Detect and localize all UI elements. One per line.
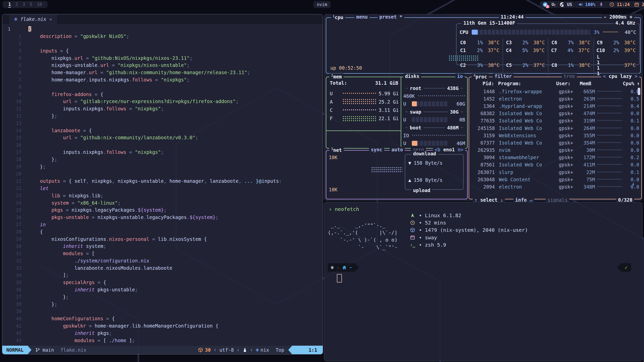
- core-cell: C12%37°C: [457, 46, 502, 54]
- workspace-5[interactable]: 5: [30, 2, 32, 8]
- active-window-title: nvim: [317, 2, 327, 7]
- proc-row[interactable]: 67377Isolated Web Cogpsk+354M0.0: [471, 139, 640, 146]
- workspace-10[interactable]: 10: [37, 2, 42, 8]
- mem-total-value: 31.1 GiB: [375, 80, 398, 86]
- tray-badge: 1: [546, 5, 549, 8]
- proc-row[interactable]: 1452electrongpsk+263M0.5: [471, 95, 640, 102]
- buffer[interactable]: 1{1 description = "gpskwlkr NixOS";23 in…: [2, 24, 323, 346]
- code-line: 27 in: [2, 221, 323, 228]
- mic-icon[interactable]: [599, 2, 603, 7]
- proc-row[interactable]: 1364.Hyprland-wrappgpsk+214M0.4: [471, 102, 640, 110]
- line-number: 38: [2, 301, 21, 307]
- code-line: 34 ];: [2, 272, 323, 279]
- cpu-label: CPU: [460, 29, 468, 35]
- line-number: 25: [2, 207, 21, 213]
- menu-button[interactable]: menu: [354, 14, 370, 20]
- workspace-3[interactable]: 3: [23, 2, 25, 8]
- code-line: 12 };: [2, 112, 323, 120]
- net-auto-button[interactable]: auto: [390, 147, 405, 152]
- disks-list: root438G460KU60Gswap30GU0Bboot486MIOU46M: [403, 84, 465, 147]
- line-number: 2: [2, 41, 21, 46]
- proc-row[interactable]: 263071slurpgpsk+22M0.1: [471, 168, 640, 176]
- disk-usage-bar: U46M: [403, 140, 465, 147]
- net-sync-button[interactable]: sync: [369, 147, 384, 152]
- plugin-count: 30: [205, 347, 211, 353]
- proc-scrollbar[interactable]: [638, 88, 640, 95]
- keyboard-layout: US: [567, 2, 572, 7]
- uc-sub-letter: C: [554, 4, 556, 7]
- proc-row[interactable]: 68382Isolated Web Cogpsk+474M0.0: [471, 110, 640, 117]
- line-number: 42: [2, 330, 21, 336]
- cpu-temp-graph: [603, 31, 618, 33]
- terminal-window[interactable]: ›neofetch _._ _,-'""`-._ (,-.`._,'( |\`-…: [324, 202, 642, 361]
- io-mode-button[interactable]: io: [455, 73, 465, 79]
- clock-icon: [609, 2, 614, 7]
- cursor-location: 1:1: [292, 346, 323, 354]
- file-encoding: utf-8: [219, 347, 234, 353]
- fetch-info-wm: •sway: [409, 234, 528, 241]
- mem-stats: Total: 31.1 GiB U5.99 GiA25.2 GiC3.11 Gi…: [326, 77, 401, 148]
- update-interval[interactable]: - 2000ms +: [602, 14, 634, 20]
- fetch-info-uptime: •52 mins: [409, 219, 528, 226]
- uc-tray-icon[interactable]: UC: [551, 2, 556, 7]
- home-icon: [342, 265, 347, 270]
- line-number: 8: [2, 84, 21, 89]
- preset-button[interactable]: preset *: [378, 14, 404, 20]
- line-number: 16: [2, 142, 21, 148]
- line-number: 11: [2, 106, 21, 111]
- disks-title: disks: [403, 73, 421, 79]
- speaker-icon[interactable]: [578, 2, 583, 7]
- clock-pill: 11:24 29/03: [606, 1, 644, 8]
- workspace-list: 123510: [6, 2, 44, 8]
- code-line: 30 inherit system;: [2, 243, 323, 250]
- line-number: 6: [2, 70, 21, 75]
- code-line: 37 };: [2, 293, 323, 300]
- proc-row[interactable]: 2094electrongpsk+348M0.0: [471, 183, 640, 190]
- code-line: 22 let: [2, 185, 323, 192]
- proc-row[interactable]: 3094steamwebhelpergpsk+172M0.2: [471, 154, 640, 161]
- cpu-frequency: 4.4 GHz: [614, 20, 637, 26]
- proc-filter-button[interactable]: filter: [493, 73, 514, 79]
- line-number: 17: [2, 149, 21, 155]
- line-number: 26: [2, 215, 21, 220]
- proc-row[interactable]: 1448.firefox-wrappegpsk+665M0.0: [471, 88, 640, 95]
- workspace-pill: 123510: [3, 1, 48, 8]
- cpu-clock: 11:24:44: [499, 14, 526, 20]
- packages-icon: [409, 228, 416, 233]
- line-number: 21: [2, 178, 21, 184]
- line-number: 37: [2, 294, 21, 299]
- proc-row[interactable]: 262935nvimgpsk+30M0.0: [471, 147, 640, 154]
- proc-row[interactable]: 87561Isolated Web Cogpsk+411M0.0: [471, 161, 640, 168]
- net-panel: 3net sync auto zero <b eno1 n> 10K 10K d…: [326, 150, 468, 199]
- fetch-info-shell: ›_•zsh 5.9: [409, 241, 528, 249]
- powerline-separator: [28, 346, 31, 354]
- proc-row[interactable]: 263048Web Contentgpsk+75M0.0: [471, 176, 640, 183]
- top-bar: 123510 nvim 1 UC US 100%: [0, 0, 644, 9]
- proc-row[interactable]: 3159WebExtensionsgpsk+355M0.0: [471, 132, 640, 139]
- proc-sort-selector[interactable]: < cpu lazy >: [601, 73, 639, 79]
- tab-close-icon[interactable]: ×: [49, 17, 52, 22]
- proc-row[interactable]: 77635Isolated Web Cogpsk+319M0.1: [471, 117, 640, 124]
- btop-window: 1cpu menu preset * 11:24:44 - 2000ms + u…: [324, 14, 642, 201]
- mem-row: F22.1 Gi: [326, 114, 399, 122]
- line-number: 5: [2, 63, 21, 68]
- tab-flake-nix[interactable]: ❄ flake.nix ×: [9, 14, 57, 24]
- keyboard-layout-pill[interactable]: US: [564, 1, 576, 8]
- scroll-down-icon[interactable]: ↓: [632, 181, 635, 186]
- workspace-1[interactable]: 1: [8, 2, 11, 8]
- code-line: 42 inherit pkgs;: [2, 329, 323, 337]
- kernel-icon: [409, 213, 416, 218]
- neofetch-ascii-art: _._ _,-'""`-._ (,-.`._,'( |\`-/| `-.-' \…: [328, 222, 397, 251]
- proc-tree-button[interactable]: tree: [562, 73, 577, 79]
- code-line: 28 {: [2, 228, 323, 235]
- telegram-tray-icon[interactable]: 1: [542, 2, 548, 7]
- disk-usage-bar: U0B: [403, 116, 465, 124]
- proc-row[interactable]: 245158Isolated Web Cogpsk+264M0.0: [471, 124, 640, 132]
- code-line: 2: [2, 40, 323, 47]
- cpu-usage-bar: [472, 30, 590, 35]
- core-cell: C23%38°C: [457, 54, 503, 76]
- workspace-2[interactable]: 2: [15, 2, 18, 8]
- status-ok-icon: ✓: [621, 263, 631, 272]
- code-line: 43 modules = [ ./home ];: [2, 337, 323, 344]
- line-number: 43: [2, 338, 21, 343]
